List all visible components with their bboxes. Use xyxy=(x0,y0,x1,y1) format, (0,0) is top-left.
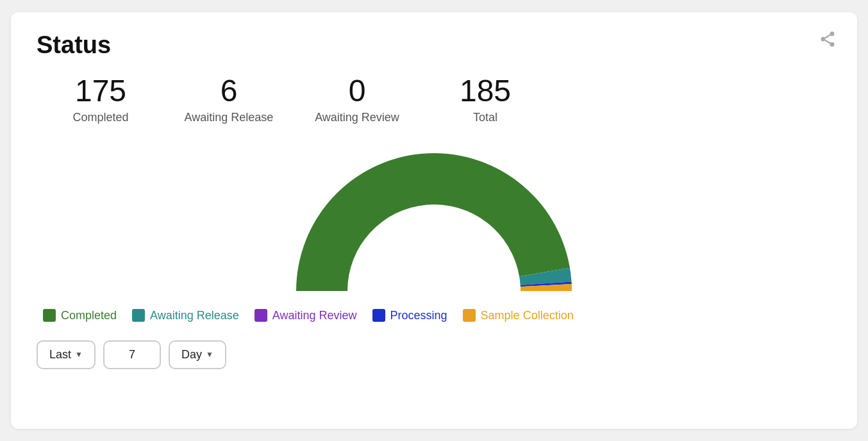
stats-row: 175 Completed 6 Awaiting Release 0 Await… xyxy=(37,74,831,124)
stat-completed-value: 175 xyxy=(75,74,126,108)
legend-processing: Processing xyxy=(372,309,447,322)
legend-row: Completed Awaiting Release Awaiting Revi… xyxy=(37,309,831,322)
filter-last-chevron: ▼ xyxy=(75,350,83,359)
share-icon[interactable] xyxy=(819,30,837,51)
stat-awaiting-review: 0 Awaiting Review xyxy=(293,74,421,124)
stat-awaiting-release-value: 6 xyxy=(221,74,238,108)
legend-label-awaiting-release: Awaiting Release xyxy=(150,309,239,322)
legend-label-awaiting-review: Awaiting Review xyxy=(272,309,357,322)
legend-label-completed: Completed xyxy=(61,309,117,322)
stat-awaiting-review-value: 0 xyxy=(349,74,366,108)
stat-total: 185 Total xyxy=(421,74,549,124)
legend-label-processing: Processing xyxy=(390,309,447,322)
stat-awaiting-review-label: Awaiting Review xyxy=(315,111,399,124)
stat-completed: 175 Completed xyxy=(37,74,165,124)
stat-total-label: Total xyxy=(473,111,497,124)
page-title: Status xyxy=(37,31,831,59)
legend-awaiting-release: Awaiting Release xyxy=(132,309,239,322)
status-card: Status 175 Completed 6 Awaiting Release … xyxy=(11,12,857,429)
legend-swatch-completed xyxy=(43,309,56,322)
legend-sample-collection: Sample Collection xyxy=(463,309,574,322)
svg-line-4 xyxy=(825,35,830,38)
filter-value-input[interactable] xyxy=(103,340,161,369)
filter-last-label: Last xyxy=(49,348,71,362)
legend-label-sample-collection: Sample Collection xyxy=(481,309,574,322)
donut-chart xyxy=(280,131,588,297)
legend-swatch-sample-collection xyxy=(463,309,476,322)
svg-point-1 xyxy=(821,37,826,42)
legend-swatch-awaiting-review xyxy=(255,309,267,322)
stat-awaiting-release-label: Awaiting Release xyxy=(185,111,274,124)
stat-awaiting-release: 6 Awaiting Release xyxy=(165,74,293,124)
period-day-chevron: ▼ xyxy=(206,350,213,359)
legend-swatch-awaiting-release xyxy=(132,309,145,322)
chart-area xyxy=(37,131,831,297)
svg-point-2 xyxy=(830,42,835,47)
legend-completed: Completed xyxy=(43,309,117,322)
svg-point-0 xyxy=(830,31,835,36)
controls-row: Last ▼ Day ▼ xyxy=(37,340,831,369)
legend-awaiting-review: Awaiting Review xyxy=(255,309,357,322)
stat-total-value: 185 xyxy=(460,74,511,108)
svg-line-3 xyxy=(825,40,830,44)
period-day-button[interactable]: Day ▼ xyxy=(169,340,226,369)
stat-completed-label: Completed xyxy=(72,111,128,124)
filter-last-button[interactable]: Last ▼ xyxy=(37,340,96,369)
period-day-label: Day xyxy=(181,348,202,362)
legend-swatch-processing xyxy=(372,309,385,322)
